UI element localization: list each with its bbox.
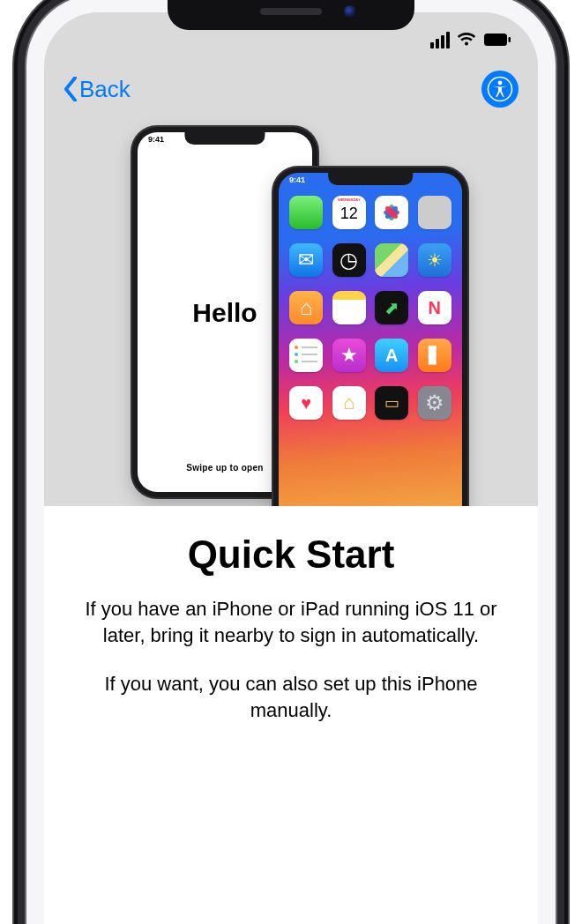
app-health-icon (289, 386, 323, 420)
app-homekit-icon (332, 386, 366, 420)
quick-start-illustration: 9:41 Hello Swipe up to open 9:41 (44, 109, 538, 488)
svg-rect-1 (509, 37, 511, 42)
body-text-1: If you have an iPhone or iPad running iO… (79, 596, 503, 648)
chevron-left-icon (63, 77, 78, 101)
illustration-right-time: 9:41 (289, 175, 305, 184)
accessibility-button[interactable] (481, 71, 519, 108)
device-notch (168, 0, 414, 30)
app-wallet-icon (375, 386, 408, 420)
app-books-icon (418, 339, 451, 372)
app-facetime-icon (289, 196, 323, 229)
device-volume-up (18, 212, 23, 279)
illustration-existing-iphone: 9:41 (273, 168, 467, 555)
app-settings-icon (418, 386, 451, 420)
cellular-signal-icon (430, 32, 450, 48)
app-calendar-icon (332, 196, 366, 229)
svg-point-3 (498, 81, 503, 86)
accessibility-icon (487, 76, 513, 102)
app-maps-icon (375, 243, 408, 277)
device-frame: Back 9:41 Hello Sw (26, 0, 556, 924)
device-volume-down (18, 291, 23, 358)
app-mail-icon (289, 243, 323, 277)
screen: Back 9:41 Hello Sw (44, 12, 538, 924)
svg-rect-0 (484, 34, 507, 46)
back-label: Back (79, 76, 131, 103)
device-speaker (260, 8, 322, 15)
hero-area: Back 9:41 Hello Sw (44, 12, 538, 506)
app-itunes-icon (332, 339, 366, 372)
back-button[interactable]: Back (63, 76, 131, 103)
device-front-camera (344, 5, 356, 18)
app-weather-icon (418, 243, 451, 277)
app-stocks-icon (375, 291, 408, 324)
app-home-icon (289, 291, 323, 324)
illustration-app-grid (287, 196, 453, 428)
battery-icon (483, 33, 511, 47)
wifi-icon (457, 33, 476, 47)
app-news-icon (418, 291, 451, 324)
nav-bar: Back (44, 62, 538, 109)
app-notes-icon (332, 291, 366, 324)
app-photos-icon (375, 196, 408, 229)
page-title: Quick Start (79, 533, 503, 577)
body-text-2: If you want, you can also set up this iP… (79, 671, 503, 723)
app-appstore-icon (375, 339, 408, 372)
device-mute-switch (18, 150, 23, 185)
app-camera-icon (418, 196, 451, 229)
illustration-left-time: 9:41 (148, 135, 164, 144)
content-panel: Quick Start If you have an iPhone or iPa… (44, 506, 538, 924)
device-power-button (559, 229, 564, 335)
app-reminders-icon (289, 339, 323, 372)
app-clock-icon (332, 243, 366, 277)
